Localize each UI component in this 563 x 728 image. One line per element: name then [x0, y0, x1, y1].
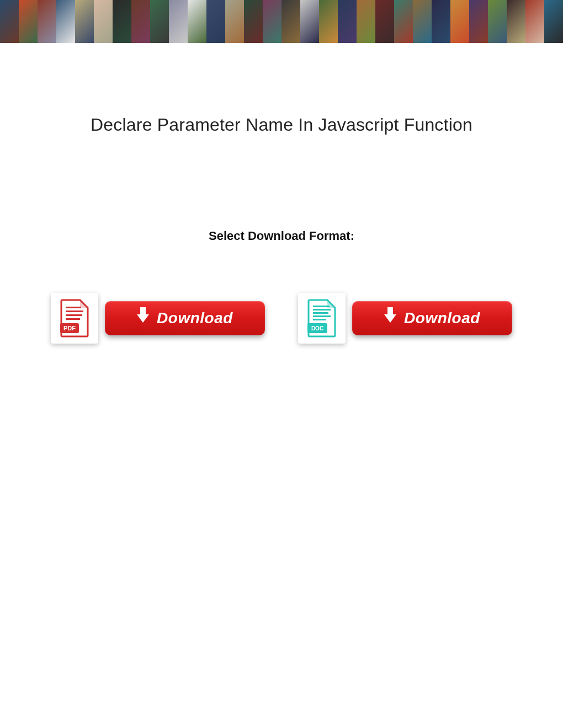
banner-tile: [469, 0, 488, 43]
banner-tile: [300, 0, 319, 43]
svg-rect-1: [66, 307, 81, 308]
banner-tile: [150, 0, 169, 43]
svg-rect-7: [313, 309, 331, 311]
svg-rect-10: [313, 319, 326, 320]
pdf-badge-text: PDF: [63, 325, 76, 331]
banner-tile: [169, 0, 188, 43]
pdf-file-icon: PDF: [51, 293, 98, 344]
banner-tile: [263, 0, 282, 43]
banner-tile: [375, 0, 394, 43]
download-arrow-icon: [137, 314, 149, 323]
download-pdf-label: Download: [157, 309, 233, 327]
banner-tile: [488, 0, 507, 43]
banner-tile: [282, 0, 300, 43]
download-row: PDF Download: [33, 293, 530, 344]
download-arrow-icon: [384, 314, 396, 323]
download-pdf-button[interactable]: Download: [105, 301, 265, 335]
banner-tile: [450, 0, 469, 43]
banner-tile: [94, 0, 113, 43]
banner-tile: [131, 0, 150, 43]
subtitle-block: Select Download Format:: [33, 229, 530, 243]
svg-rect-4: [66, 318, 80, 320]
banner-tile: [507, 0, 525, 43]
banner-tile: [19, 0, 38, 43]
banner-tile: [357, 0, 375, 43]
banner-tile: [225, 0, 244, 43]
format-subtitle: Select Download Format:: [33, 229, 530, 243]
banner-tile: [413, 0, 432, 43]
svg-rect-8: [313, 312, 328, 314]
document-page: Declare Parameter Name In Javascript Fun…: [0, 0, 563, 728]
banner-tile: [394, 0, 413, 43]
svg-rect-9: [313, 315, 331, 317]
banner-tile: [113, 0, 131, 43]
banner-tile: [544, 0, 563, 43]
svg-rect-3: [66, 314, 82, 316]
pdf-download-group: PDF Download: [51, 293, 265, 344]
doc-badge-text: DOC: [311, 325, 323, 331]
banner-tile: [75, 0, 94, 43]
doc-file-icon: DOC: [298, 293, 346, 344]
document-content: Declare Parameter Name In Javascript Fun…: [0, 43, 563, 344]
banner-tile: [432, 0, 450, 43]
banner-tile: [319, 0, 338, 43]
banner-tile: [338, 0, 357, 43]
download-doc-label: Download: [404, 309, 480, 327]
banner-tile: [244, 0, 263, 43]
svg-rect-6: [313, 306, 330, 307]
svg-rect-2: [66, 311, 83, 312]
banner-tile: [38, 0, 56, 43]
banner-tile: [525, 0, 544, 43]
page-title: Declare Parameter Name In Javascript Fun…: [33, 115, 530, 135]
download-doc-button[interactable]: Download: [352, 301, 512, 335]
banner-tile: [0, 0, 19, 43]
banner-tile: [206, 0, 225, 43]
banner-collage: [0, 0, 563, 43]
doc-download-group: DOC Download: [298, 293, 512, 344]
banner-tile: [56, 0, 75, 43]
banner-tile: [188, 0, 206, 43]
